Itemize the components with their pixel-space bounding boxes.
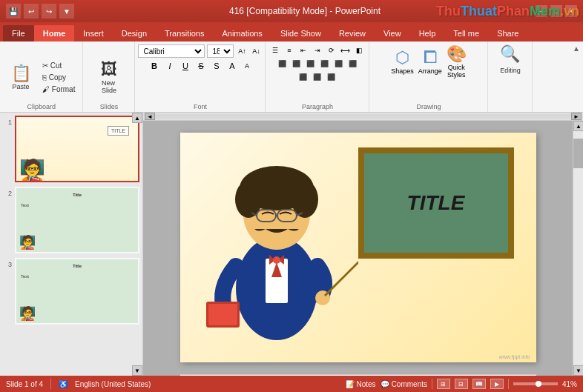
- save-icon[interactable]: 💾: [6, 4, 21, 19]
- copy-button[interactable]: ⎘ Copy: [39, 72, 78, 83]
- scrollbar-track[interactable]: [573, 131, 583, 365]
- align-justify-button[interactable]: ⬛: [318, 58, 330, 70]
- scroll-down-button[interactable]: ▼: [573, 365, 583, 376]
- font-name-select[interactable]: Calibri: [138, 44, 205, 58]
- slide-thumb-1[interactable]: 1 TITLE 🧑‍🏫: [3, 116, 139, 182]
- arrange-label: Arrange: [418, 67, 442, 75]
- slide-sorter-button[interactable]: ⊟: [455, 379, 468, 389]
- accessibility-icon[interactable]: ♿: [59, 380, 67, 388]
- slides-label: Slides: [83, 103, 134, 110]
- tab-slideshow[interactable]: Slide Show: [271, 25, 330, 41]
- increase-indent-button[interactable]: ⇥: [312, 44, 323, 56]
- slideshow-view-button[interactable]: ▶: [490, 379, 504, 389]
- align-top-button[interactable]: ⬛: [297, 71, 309, 83]
- ribbon-collapse-button[interactable]: ▲: [570, 41, 583, 112]
- slide-1-figure: 🧑‍🏫: [19, 160, 45, 181]
- blackboard: TITLE: [358, 147, 514, 259]
- ribbon-tab-bar: File Home Insert Design Transitions Anim…: [0, 22, 583, 41]
- panel-scroll-up[interactable]: ▲: [132, 113, 142, 123]
- font-color-button[interactable]: A: [241, 60, 253, 72]
- char-spacing-button[interactable]: A: [225, 59, 239, 73]
- bold-button[interactable]: B: [148, 59, 161, 73]
- scroll-left-button[interactable]: ◄: [145, 113, 155, 120]
- decrease-indent-button[interactable]: ⇤: [297, 44, 309, 56]
- normal-view-button[interactable]: ⊞: [437, 379, 450, 389]
- new-slide-icon: 🖼: [101, 62, 117, 78]
- quick-styles-button[interactable]: 🎨 QuickStyles: [447, 44, 467, 79]
- ribbon-group-font: Calibri 18 A↑ A↓ B I U S S A A Font: [135, 41, 266, 112]
- numbering-button[interactable]: ≡: [283, 44, 295, 56]
- close-button[interactable]: ✕: [565, 5, 577, 17]
- undo-icon[interactable]: ↩: [24, 4, 39, 19]
- slide-thumb-2[interactable]: 2 Title Text 🧑‍🏫: [3, 187, 139, 253]
- tab-tell-me[interactable]: Tell me: [444, 25, 488, 41]
- font-size-select[interactable]: 18: [207, 44, 234, 58]
- line-spacing-button[interactable]: ⬛: [346, 58, 358, 70]
- zoom-slider[interactable]: [513, 382, 558, 385]
- columns-button[interactable]: ⬛: [332, 58, 344, 70]
- reading-view-button[interactable]: 📖: [472, 379, 486, 389]
- notes-status-label: Notes: [357, 380, 376, 388]
- align-middle-button[interactable]: ⬛: [312, 71, 323, 83]
- text-direction-button[interactable]: ⟳: [326, 44, 337, 56]
- font-label: Font: [135, 103, 265, 110]
- underline-button[interactable]: U: [179, 59, 192, 73]
- maximize-button[interactable]: □: [550, 5, 562, 17]
- scroll-right-button[interactable]: ►: [571, 113, 582, 120]
- convert-button[interactable]: ⟷: [340, 44, 352, 56]
- new-slide-label: NewSlide: [102, 79, 116, 94]
- customize-icon[interactable]: ▼: [59, 4, 74, 19]
- paragraph-label: Paragraph: [266, 103, 369, 110]
- tab-transitions[interactable]: Transitions: [156, 25, 213, 41]
- notes-area[interactable]: Click to add notes: [180, 374, 536, 376]
- tab-insert[interactable]: Insert: [74, 25, 113, 41]
- strikethrough-button[interactable]: S: [194, 59, 208, 73]
- clipboard-small-buttons: ✂ Cut ⎘ Copy 🖌 Format: [39, 60, 78, 95]
- panel-scroll-down[interactable]: ▼: [132, 365, 142, 376]
- tab-design[interactable]: Design: [113, 25, 156, 41]
- comments-status-button[interactable]: 💬 Comments: [381, 380, 427, 388]
- slide-2-title: Title: [73, 193, 82, 197]
- window-title: 416 [Compatibility Mode] - PowerPoint: [74, 6, 536, 16]
- align-bottom-button[interactable]: ⬛: [326, 71, 337, 83]
- tab-help[interactable]: Help: [410, 25, 445, 41]
- tab-share[interactable]: Share: [488, 25, 527, 41]
- slide-thumb-3[interactable]: 3 Title Text 🧑‍🏫: [3, 258, 139, 325]
- scrollbar-thumb[interactable]: [573, 139, 583, 168]
- slide-preview-1[interactable]: TITLE 🧑‍🏫: [15, 116, 139, 182]
- new-slide-button[interactable]: 🖼 NewSlide: [90, 55, 128, 101]
- italic-button[interactable]: I: [163, 59, 177, 73]
- text-shadow-button[interactable]: S: [210, 59, 223, 73]
- tab-home[interactable]: Home: [34, 25, 75, 41]
- paste-button[interactable]: 📋 Paste: [4, 55, 37, 101]
- quick-styles-label: QuickStyles: [447, 64, 466, 79]
- slide-preview-2[interactable]: Title Text 🧑‍🏫: [15, 187, 139, 253]
- right-scrollbar: ▲ ▼ ▲ ▼: [573, 121, 583, 376]
- tab-review[interactable]: Review: [330, 25, 375, 41]
- format-painter-button[interactable]: 🖌 Format: [39, 84, 78, 95]
- align-left-button[interactable]: ⬛: [276, 58, 288, 70]
- slide-preview-3[interactable]: Title Text 🧑‍🏫: [15, 258, 139, 325]
- cut-button[interactable]: ✂ Cut: [39, 60, 78, 71]
- minimize-button[interactable]: ─: [536, 5, 547, 17]
- shapes-button[interactable]: ⬡ Shapes: [391, 48, 414, 75]
- slide-canvas[interactable]: TITLE www.fppt.info: [180, 133, 536, 362]
- notes-status-button[interactable]: 📝 Notes: [346, 380, 376, 388]
- scroll-up-button[interactable]: ▲: [573, 121, 583, 131]
- decrease-font-button[interactable]: A↓: [250, 45, 262, 57]
- clipboard-label: Clipboard: [0, 103, 82, 110]
- arrange-button[interactable]: ⧠ Arrange: [418, 48, 442, 75]
- redo-icon[interactable]: ↪: [42, 4, 56, 19]
- tab-animations[interactable]: Animations: [213, 25, 271, 41]
- tab-file[interactable]: File: [3, 25, 34, 41]
- align-center-button[interactable]: ⬛: [290, 58, 302, 70]
- slide-num-1: 1: [3, 119, 12, 126]
- slide-2-figure: 🧑‍🏫: [19, 234, 36, 250]
- smartart-button[interactable]: ◧: [354, 44, 366, 56]
- align-right-button[interactable]: ⬛: [304, 58, 316, 70]
- tab-view[interactable]: View: [375, 25, 410, 41]
- increase-font-button[interactable]: A↑: [236, 45, 248, 57]
- slide-title-text[interactable]: TITLE: [407, 191, 465, 215]
- editing-icon[interactable]: 🔍: [500, 44, 520, 64]
- bullets-button[interactable]: ☰: [269, 44, 281, 56]
